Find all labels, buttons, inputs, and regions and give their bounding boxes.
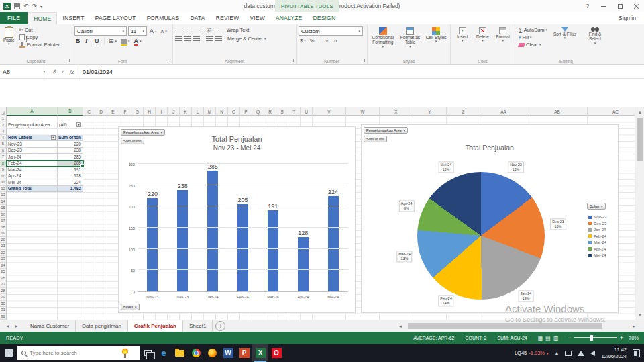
font-name-combo[interactable]: Calibri▾: [74, 26, 127, 36]
confirm-entry-icon[interactable]: ✓: [61, 69, 66, 75]
sort-filter-button[interactable]: Sort & Filter▾: [551, 26, 579, 48]
piv-value-cell[interactable]: 191: [58, 167, 83, 173]
zoom-in-icon[interactable]: +: [620, 335, 623, 341]
row-header-21[interactable]: 21: [0, 243, 6, 250]
decrease-decimal-button[interactable]: .0: [332, 38, 338, 44]
pivot-category-cell[interactable]: Nov-23: [7, 141, 58, 148]
column-header-L[interactable]: L: [192, 107, 204, 116]
taskbar-search[interactable]: [17, 346, 140, 360]
display-tray-icon[interactable]: [565, 351, 572, 356]
align-left-icon[interactable]: [175, 36, 182, 42]
row-header-29[interactable]: 29: [0, 294, 6, 301]
bold-button[interactable]: B: [74, 37, 83, 45]
tab-page-layout[interactable]: PAGE LAYOUT: [90, 12, 142, 24]
row-header-18[interactable]: 18: [0, 224, 6, 231]
tab-review[interactable]: REVIEW: [211, 12, 245, 24]
piv-value-cell[interactable]: 205: [58, 161, 83, 167]
chrome-icon[interactable]: [188, 344, 204, 362]
column-header-A[interactable]: A: [7, 107, 58, 116]
conditional-formatting-button[interactable]: Conditional Formatting▾: [370, 26, 396, 49]
sheet-tab-grafik-penjualan[interactable]: Grafik Penjualan: [128, 320, 183, 332]
chart-filter-field-button[interactable]: Pengelompokan Area▾: [121, 129, 165, 136]
filter-dropdown-icon[interactable]: ▾: [76, 122, 81, 127]
row-header-3[interactable]: 3: [0, 128, 6, 135]
column-header-O[interactable]: O: [228, 107, 240, 116]
maximize-button[interactable]: [612, 0, 628, 12]
insert-cells-button[interactable]: Insert▾: [453, 26, 472, 43]
network-icon[interactable]: [578, 351, 584, 356]
alignment-dialog-launcher[interactable]: [290, 59, 294, 62]
copy-button[interactable]: Copy: [18, 34, 62, 41]
column-header-B[interactable]: B: [58, 107, 83, 116]
align-middle-icon[interactable]: [184, 28, 191, 33]
row-header-19[interactable]: 19: [0, 230, 6, 237]
help-button[interactable]: ?: [580, 0, 596, 12]
font-color-button[interactable]: A▾: [133, 38, 143, 45]
row-header-23[interactable]: 23: [0, 256, 6, 263]
fill-button[interactable]: ▾Fill▾: [517, 34, 549, 41]
align-bottom-icon[interactable]: [193, 28, 200, 33]
zoom-out-icon[interactable]: −: [568, 335, 571, 341]
close-button[interactable]: [628, 0, 644, 12]
orientation-icon[interactable]: ab: [205, 26, 212, 33]
column-header-F[interactable]: F: [119, 107, 131, 116]
pivot-category-cell[interactable]: Apr-24: [7, 173, 58, 180]
pie-value-field-button[interactable]: Sum of ton: [364, 136, 387, 142]
format-cells-button[interactable]: Format▾: [494, 26, 513, 43]
column-header-M[interactable]: M: [204, 107, 216, 116]
pie-legend-field-button[interactable]: Bulan▾: [587, 203, 606, 210]
row-header-22[interactable]: 22: [0, 250, 6, 257]
column-header-R[interactable]: R: [264, 107, 276, 116]
bar-series-Apr-24[interactable]: [298, 237, 309, 291]
italic-button[interactable]: I: [84, 37, 92, 45]
stock-ticker[interactable]: LQ45 -1.93% ▾: [515, 350, 549, 356]
zoom-level[interactable]: 70%: [629, 335, 644, 341]
column-header-Y[interactable]: Y: [413, 107, 447, 116]
row-header-13[interactable]: 13: [0, 192, 6, 199]
clear-button[interactable]: Clear▾: [517, 41, 549, 48]
legend-entry[interactable]: Nov-23: [588, 215, 606, 219]
task-view-button[interactable]: [140, 350, 156, 356]
legend-entry[interactable]: Apr-24: [588, 247, 606, 251]
sheet-nav-left-icon[interactable]: ◄: [5, 324, 10, 328]
column-header-X[interactable]: X: [380, 107, 413, 116]
column-header-T[interactable]: T: [288, 107, 301, 116]
autosum-button[interactable]: ∑AutoSum▾: [517, 26, 549, 34]
sheet-tab-nama-customer[interactable]: Nama Customer: [24, 320, 76, 332]
tab-design[interactable]: DESIGN: [307, 12, 341, 24]
piv-value-cell[interactable]: 224: [58, 179, 83, 186]
column-header-W[interactable]: W: [346, 107, 380, 116]
font-size-combo[interactable]: 11▾: [128, 26, 147, 36]
column-header-C[interactable]: C: [83, 107, 95, 116]
legend-entry[interactable]: Des-23: [588, 222, 606, 226]
pivot-filter-value-cell[interactable]: (All)▾: [58, 122, 83, 129]
formula-input[interactable]: 01/02/2024: [78, 65, 644, 78]
currency-format-button[interactable]: $▾: [299, 37, 307, 44]
firefox-icon[interactable]: [204, 344, 220, 362]
file-explorer-icon[interactable]: [172, 344, 188, 362]
align-top-icon[interactable]: [175, 28, 182, 33]
column-header-E[interactable]: E: [107, 107, 119, 116]
piv-value-cell[interactable]: 238: [58, 148, 83, 154]
column-header-D[interactable]: D: [95, 107, 107, 116]
number-format-combo[interactable]: Custom▾: [299, 26, 363, 36]
edge-icon[interactable]: e: [156, 344, 172, 362]
cancel-entry-icon[interactable]: ✗: [52, 69, 57, 75]
increase-indent-icon[interactable]: [215, 36, 222, 42]
row-header-16[interactable]: 16: [0, 212, 6, 218]
legend-entry[interactable]: Mei-24: [588, 253, 606, 257]
bar-series-Mar-24[interactable]: [268, 210, 278, 291]
tab-home[interactable]: HOME: [28, 12, 57, 24]
pie-filter-field-button[interactable]: Pengelompokan Area▾: [364, 127, 408, 134]
bar-series-Jan-24[interactable]: [207, 171, 218, 292]
customize-quick-access-icon[interactable]: ▾: [40, 4, 42, 9]
zoom-slider-thumb[interactable]: [590, 335, 593, 341]
row-header-15[interactable]: 15: [0, 205, 6, 212]
row-header-28[interactable]: 28: [0, 288, 6, 295]
pivot-row-labels-cell[interactable]: Row Labels▾: [7, 135, 58, 142]
clock[interactable]: 11:42 12/06/2024: [601, 347, 627, 360]
select-all-corner[interactable]: [0, 107, 7, 116]
page-break-view-icon[interactable]: ▥: [553, 335, 559, 341]
column-header-S[interactable]: S: [276, 107, 288, 116]
excel-icon[interactable]: X: [252, 344, 268, 362]
